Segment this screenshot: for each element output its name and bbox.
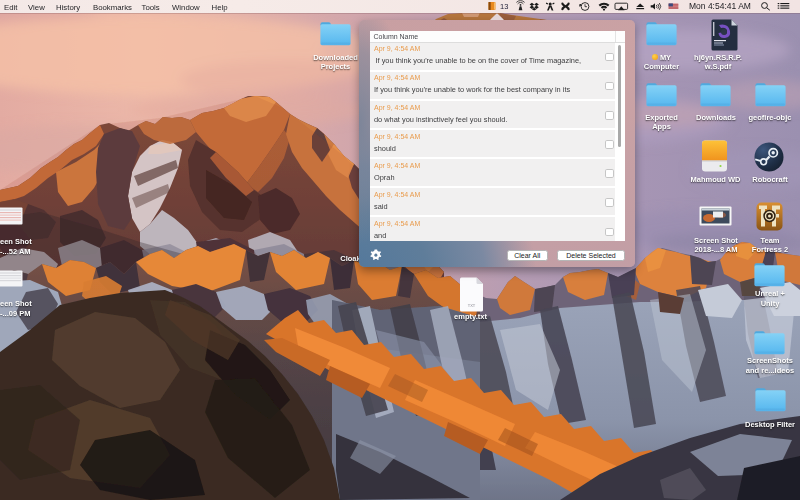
svg-text:Mon 4:54:41 AM: Mon 4:54:41 AM [689, 1, 751, 11]
svg-text:TXT: TXT [468, 303, 476, 308]
svg-text:13: 13 [500, 2, 508, 11]
